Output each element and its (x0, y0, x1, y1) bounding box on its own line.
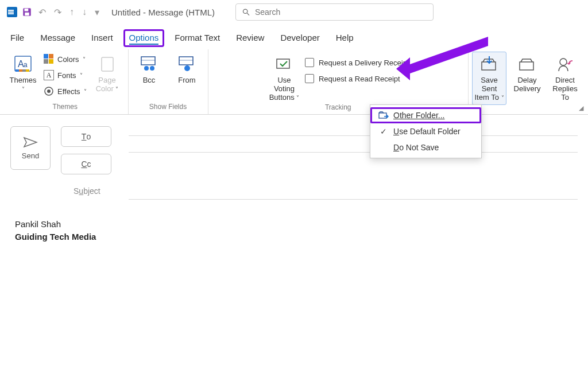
search-icon (242, 7, 250, 17)
to-button[interactable]: To (61, 126, 111, 147)
svg-rect-11 (26, 69, 29, 72)
svg-text:a: a (24, 61, 28, 69)
tab-help[interactable]: Help (330, 29, 359, 47)
svg-rect-20 (141, 60, 155, 61)
compose-area: Send To Cc Subject Pankil Shah Guiding T… (0, 115, 588, 251)
redo-icon[interactable]: ↷ (52, 7, 63, 18)
message-body[interactable]: Pankil Shah Guiding Tech Media (10, 210, 578, 251)
svg-rect-9 (19, 69, 22, 72)
themes-icon: Aa (13, 54, 33, 74)
svg-rect-14 (44, 59, 48, 64)
effects-button[interactable]: Effects˅ (44, 84, 87, 99)
colors-icon (44, 54, 54, 64)
svg-rect-18 (102, 57, 113, 71)
svg-rect-8 (16, 69, 19, 72)
folder-arrow-icon (378, 111, 389, 120)
svg-point-25 (184, 65, 190, 71)
save-icon[interactable] (22, 7, 32, 17)
window-title: Untitled - Message (HTML) (111, 7, 215, 17)
bcc-button[interactable]: Bcc (132, 52, 167, 88)
signature-company: Guiding Tech Media (15, 231, 573, 243)
save-sent-item-to-button[interactable]: Save Sent Item To ˅ (472, 52, 506, 105)
menu-do-not-save-label: Do Not Save (393, 143, 439, 152)
direct-replies-icon (555, 54, 575, 74)
tab-file[interactable]: File (5, 29, 30, 47)
svg-rect-28 (520, 62, 533, 70)
delay-delivery-icon (517, 54, 537, 74)
save-sent-dropdown: Other Folder... ✓ Use Default Folder Do … (370, 104, 482, 158)
next-item-icon[interactable]: ↓ (80, 7, 88, 17)
group-more-options: Save Sent Item To ˅ Delay Delivery Direc… (469, 49, 586, 114)
svg-point-3 (243, 9, 247, 13)
tab-format-text[interactable]: Format Text (169, 29, 226, 47)
svg-rect-30 (379, 113, 386, 118)
svg-rect-1 (25, 9, 29, 11)
svg-rect-26 (277, 59, 289, 68)
group-label-tracking: Tracking (325, 102, 351, 112)
save-sent-icon (479, 54, 499, 74)
svg-line-4 (247, 13, 249, 15)
cc-button[interactable]: Cc (61, 154, 111, 174)
page-color-icon (98, 54, 117, 74)
search-input[interactable] (255, 7, 427, 17)
svg-point-21 (144, 66, 149, 71)
qat-customize-icon[interactable]: ▾ (93, 7, 101, 18)
check-icon: ✓ (378, 127, 389, 136)
from-icon (177, 54, 197, 74)
page-color-button[interactable]: Page Color ˅ (90, 52, 125, 96)
tab-developer[interactable]: Developer (274, 29, 325, 47)
send-icon (23, 137, 38, 148)
subject-label: Subject (74, 186, 118, 196)
fonts-icon: A (44, 70, 54, 80)
tab-review[interactable]: Review (230, 29, 270, 47)
tab-message[interactable]: Message (34, 29, 81, 47)
direct-replies-to-button[interactable]: Direct Replies To (548, 52, 582, 105)
bottom-mask (0, 346, 588, 366)
bcc-icon (140, 54, 159, 74)
group-show-fields: Bcc From Show Fields (129, 49, 208, 114)
fonts-button[interactable]: A Fonts˅ (44, 68, 87, 83)
svg-rect-2 (25, 13, 29, 15)
group-label-themes: Themes (53, 101, 78, 112)
delay-delivery-button[interactable]: Delay Delivery (510, 52, 544, 96)
group-themes: Aa Themes ˅ Colors˅ A Fonts˅ Effects˅ (2, 49, 129, 114)
from-button[interactable]: From (170, 52, 204, 88)
group-label-show-fields: Show Fields (149, 101, 187, 112)
subject-field[interactable] (129, 182, 578, 200)
group-label-more (526, 102, 528, 112)
more-options-dialog-launcher-icon[interactable]: ◢ (579, 104, 583, 112)
svg-point-17 (47, 89, 51, 93)
svg-point-29 (560, 59, 567, 65)
effects-icon (44, 86, 54, 96)
outlook-app-icon (7, 7, 17, 17)
delivery-receipt-checkbox[interactable]: Request a Delivery Receipt (305, 55, 409, 70)
previous-item-icon[interactable]: ↑ (68, 7, 76, 17)
search-box[interactable] (235, 3, 434, 21)
signature-name: Pankil Shah (15, 218, 573, 231)
colors-button[interactable]: Colors˅ (44, 52, 87, 67)
themes-button[interactable]: Aa Themes ˅ (6, 52, 40, 96)
menu-other-folder-label: Other Folder... (393, 111, 444, 120)
undo-icon[interactable]: ↶ (37, 7, 48, 18)
voting-icon (274, 54, 294, 74)
menu-do-not-save[interactable]: Do Not Save (370, 139, 481, 155)
to-field[interactable] (129, 126, 578, 136)
svg-point-22 (150, 66, 154, 71)
use-voting-buttons[interactable]: Use Voting Buttons ˅ (267, 52, 301, 105)
svg-rect-24 (179, 60, 193, 61)
menu-use-default-folder[interactable]: ✓ Use Default Folder (370, 123, 481, 139)
menu-use-default-label: Use Default Folder (393, 127, 461, 136)
cc-field[interactable] (129, 143, 578, 153)
svg-rect-10 (22, 69, 26, 72)
svg-rect-15 (49, 59, 53, 64)
send-button[interactable]: Send (10, 126, 51, 170)
svg-rect-12 (44, 54, 48, 59)
tab-insert[interactable]: Insert (86, 29, 119, 47)
ribbon-tabs: File Message Insert Options Format Text … (0, 24, 588, 47)
title-bar: ↶ ↷ ↑ ↓ ▾ Untitled - Message (HTML) (0, 0, 588, 24)
svg-rect-13 (49, 54, 53, 59)
tab-options[interactable]: Options (123, 29, 165, 47)
menu-other-folder[interactable]: Other Folder... (370, 107, 481, 123)
ribbon: Aa Themes ˅ Colors˅ A Fonts˅ Effects˅ (0, 47, 588, 115)
read-receipt-checkbox[interactable]: Request a Read Receipt (305, 71, 409, 86)
